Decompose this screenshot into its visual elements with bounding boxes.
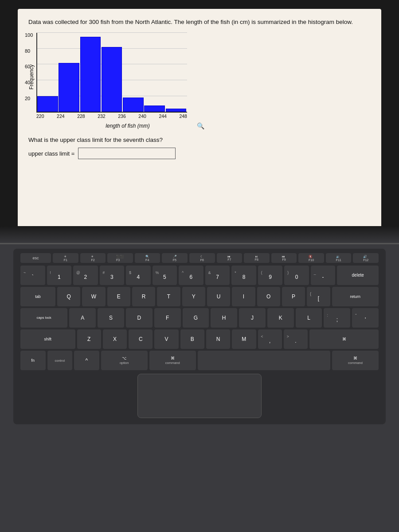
q-key[interactable]: Q [57, 287, 80, 306]
c-key[interactable]: C [129, 329, 153, 349]
bottom-row: fn control ^ ⌥ option ⌘ command ⌘ comman… [20, 351, 379, 370]
8-key[interactable]: * 8 [231, 266, 256, 285]
caps-lock-key[interactable]: caps lock [20, 308, 67, 328]
x-labels: 220 224 228 232 236 240 244 248 [36, 113, 187, 119]
f2-key[interactable]: ☀F2 [80, 253, 106, 263]
r-key[interactable]: R [132, 287, 155, 306]
delete-key[interactable]: delete [337, 266, 379, 285]
f10-key[interactable]: 🔇F10 [298, 253, 324, 263]
x-label-224: 224 [57, 113, 65, 119]
u-key[interactable]: U [207, 287, 230, 306]
7-key[interactable]: & 7 [205, 266, 230, 285]
histogram-container: Frequency 20 40 60 [28, 33, 371, 129]
answer-label: upper class limit = [28, 150, 74, 157]
right-command-key[interactable]: ⌘ command [332, 351, 379, 370]
quote-key[interactable]: " ' [352, 308, 379, 328]
esc-key[interactable]: esc [20, 253, 51, 263]
x-key[interactable]: X [103, 329, 127, 349]
period-key[interactable]: > . [284, 329, 308, 349]
fn-row: esc ☀F1 ☀F2 ⬛⬛F3 🔍F4 🎤F5 ☾F6 ⏮F7 ⏯F8 ⏭F9… [20, 253, 379, 263]
4-key[interactable]: $ 4 [126, 266, 151, 285]
ytick-100: 100 [25, 32, 33, 38]
2-key[interactable]: @ 2 [73, 266, 98, 285]
w-key[interactable]: W [82, 287, 105, 306]
0-key[interactable]: ) 0 [284, 266, 309, 285]
control-key[interactable]: control [47, 351, 73, 370]
rparen-char: ) [287, 271, 289, 275]
y-axis-label: Frequency [28, 33, 35, 121]
f9-key[interactable]: ⏭F9 [271, 253, 297, 263]
t-key[interactable]: T [157, 287, 180, 306]
left-option-key[interactable]: ⌥ option [101, 351, 148, 370]
x-label-228: 228 [77, 113, 85, 119]
x-label-240: 240 [138, 113, 146, 119]
f5-key[interactable]: 🎤F5 [162, 253, 188, 263]
j-key[interactable]: J [239, 308, 266, 328]
n-key[interactable]: N [206, 329, 230, 349]
space-key[interactable] [198, 351, 330, 370]
5-key[interactable]: % 5 [153, 266, 177, 285]
left-shift-key[interactable]: shift [20, 329, 75, 349]
o-key[interactable]: O [257, 287, 280, 306]
laptop-body-top [0, 226, 399, 244]
f8-key[interactable]: ⏯F8 [244, 253, 270, 263]
f7-key[interactable]: ⏮F7 [217, 253, 243, 263]
y-key[interactable]: Y [182, 287, 205, 306]
return-key[interactable]: return [332, 287, 379, 306]
1-key[interactable]: ! 1 [47, 266, 72, 285]
x-label-232: 232 [98, 113, 106, 119]
qwerty-row: tab Q W E R T Y U I O P { [ return [20, 287, 379, 306]
tab-key[interactable]: tab [20, 287, 55, 306]
3-key[interactable]: # 3 [100, 266, 125, 285]
ytick-60: 60 [25, 64, 30, 69]
f1-key[interactable]: ☀F1 [53, 253, 78, 263]
comma-key[interactable]: < , [258, 329, 282, 349]
caret-key[interactable]: ^ [74, 351, 99, 370]
m-key[interactable]: M [232, 329, 256, 349]
e-key[interactable]: E [107, 287, 130, 306]
touchpad-area [20, 374, 379, 418]
left-command-key[interactable]: ⌘ command [149, 351, 196, 370]
g-key[interactable]: G [183, 308, 209, 328]
bar-3 [80, 37, 101, 112]
lbracket-key[interactable]: { [ [307, 287, 330, 306]
zxcv-row: shift Z X C V B N M < , > . ⌘ [20, 329, 379, 349]
excl-char: ! [50, 271, 51, 275]
f11-key[interactable]: 🔉F11 [326, 253, 352, 263]
6-key[interactable]: ^ 6 [179, 266, 203, 285]
f3-key[interactable]: ⬛⬛F3 [107, 253, 133, 263]
percent-char: % [156, 271, 159, 275]
asdf-row: caps lock A S D F G H J K L : ; " ' [20, 308, 379, 328]
gridline-100: 100 [37, 32, 187, 33]
bar-2 [59, 63, 79, 112]
k-key[interactable]: K [267, 308, 294, 328]
v-key[interactable]: V [154, 329, 178, 349]
9-key[interactable]: ( 9 [258, 266, 283, 285]
i-key[interactable]: I [232, 287, 255, 306]
d-key[interactable]: D [126, 308, 153, 328]
x-label-248: 248 [179, 113, 187, 119]
a-key[interactable]: A [69, 308, 96, 328]
l-key[interactable]: L [296, 308, 322, 328]
f4-key[interactable]: 🔍F4 [135, 253, 160, 263]
f6-key[interactable]: ☾F6 [189, 253, 215, 263]
b-key[interactable]: B [180, 329, 204, 349]
f-key[interactable]: F [154, 308, 181, 328]
f12-key[interactable]: 🔊F12 [353, 253, 379, 263]
upper-class-limit-input[interactable] [78, 148, 176, 159]
semicolon-key[interactable]: : ; [324, 308, 350, 328]
h-key[interactable]: H [211, 308, 237, 328]
x-label-220: 220 [36, 113, 44, 119]
backtick-key[interactable]: ~ ` [20, 266, 45, 285]
keyboard-area: esc ☀F1 ☀F2 ⬛⬛F3 🔍F4 🎤F5 ☾F6 ⏮F7 ⏯F8 ⏭F9… [0, 243, 399, 532]
p-key[interactable]: P [282, 287, 305, 306]
fn-key[interactable]: fn [20, 351, 46, 370]
touchpad[interactable] [137, 374, 262, 418]
right-shift-key[interactable]: ⌘ [309, 329, 379, 349]
screen-area: Data was collected for 300 fish from the… [0, 0, 399, 248]
amp-char: & [208, 271, 211, 275]
x-label-244: 244 [159, 113, 167, 119]
s-key[interactable]: S [98, 308, 124, 328]
minus-key[interactable]: _ - [311, 266, 336, 285]
z-key[interactable]: Z [77, 329, 101, 349]
